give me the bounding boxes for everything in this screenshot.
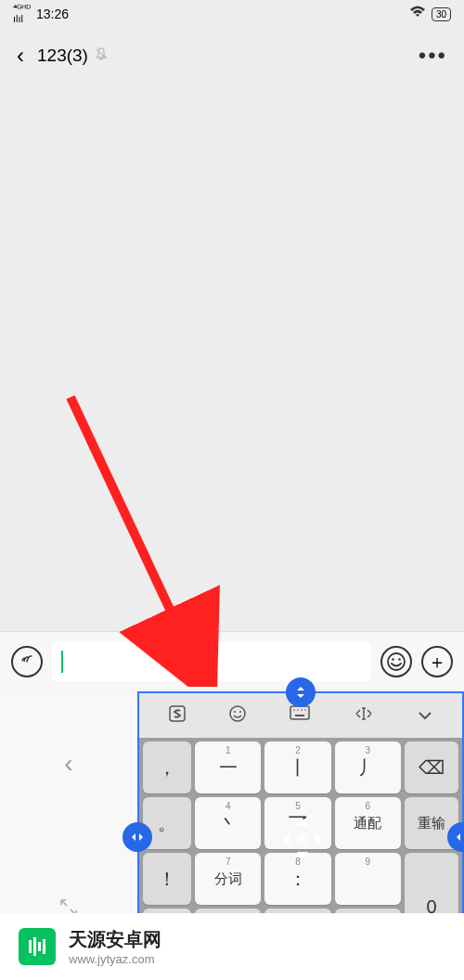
kb-emoji-icon[interactable] — [228, 704, 247, 728]
nav-bar: ‹ 123(3) ••• — [0, 28, 464, 84]
key-backspace[interactable]: ⌫ — [405, 741, 458, 793]
key-7[interactable]: 7分词 — [195, 853, 261, 905]
svg-point-5 — [230, 706, 245, 721]
svg-point-6 — [234, 711, 236, 713]
message-input[interactable] — [52, 642, 371, 681]
more-button[interactable]: ••• — [419, 43, 447, 69]
watermark-logo-icon — [19, 928, 56, 965]
svg-point-2 — [392, 658, 394, 661]
svg-point-1 — [388, 653, 405, 670]
input-bar: ＋ — [0, 631, 464, 691]
move-cross-icon[interactable] — [278, 815, 327, 863]
key-comma[interactable]: ， — [143, 741, 191, 793]
network-icon: ⁴ᴳᴴᴰılıl — [13, 4, 31, 24]
key-6[interactable]: 6通配 — [335, 797, 401, 849]
svg-point-15 — [301, 837, 304, 841]
svg-rect-19 — [43, 939, 45, 954]
svg-rect-17 — [33, 937, 36, 956]
svg-point-11 — [301, 709, 303, 711]
status-bar: ⁴ᴳᴴᴰılıl 13:26 30 — [0, 0, 464, 28]
key-3[interactable]: 3丿 — [335, 741, 401, 793]
status-time: 13:26 — [36, 6, 69, 21]
svg-point-3 — [398, 658, 401, 661]
svg-point-9 — [293, 709, 295, 711]
prev-icon: ‹ — [0, 691, 137, 836]
key-1[interactable]: 1一 — [195, 741, 261, 793]
key-exclaim[interactable]: ！ — [143, 853, 191, 905]
emoji-button[interactable] — [380, 646, 412, 677]
svg-rect-13 — [295, 715, 304, 716]
key-2[interactable]: 2丨 — [264, 741, 330, 793]
voice-button[interactable] — [11, 646, 43, 677]
wifi-icon — [409, 6, 426, 22]
key-4[interactable]: 4丶 — [195, 797, 261, 849]
svg-point-12 — [304, 709, 306, 711]
key-9[interactable]: 9 — [335, 853, 401, 905]
keyboard-layout-icon[interactable] — [290, 705, 310, 727]
mute-icon — [94, 45, 109, 66]
plus-button[interactable]: ＋ — [421, 646, 453, 677]
svg-point-10 — [297, 709, 299, 711]
svg-rect-16 — [29, 940, 32, 953]
chat-title: 123(3) — [37, 45, 88, 66]
svg-point-7 — [239, 711, 241, 713]
watermark-title: 天源安卓网 — [69, 927, 161, 952]
sogou-icon[interactable] — [168, 704, 187, 728]
resize-handle-left[interactable] — [122, 822, 152, 852]
chevron-down-icon[interactable] — [417, 706, 433, 726]
back-button[interactable]: ‹ — [17, 43, 24, 69]
svg-rect-18 — [38, 942, 41, 951]
cursor-move-icon[interactable] — [353, 705, 375, 727]
chat-area[interactable] — [0, 84, 464, 631]
watermark: 天源安卓网 www.jytyaz.com — [0, 913, 464, 980]
watermark-url: www.jytyaz.com — [69, 952, 161, 966]
battery-icon: 30 — [432, 7, 451, 21]
svg-rect-8 — [290, 706, 309, 719]
resize-handle-top[interactable] — [286, 677, 316, 707]
